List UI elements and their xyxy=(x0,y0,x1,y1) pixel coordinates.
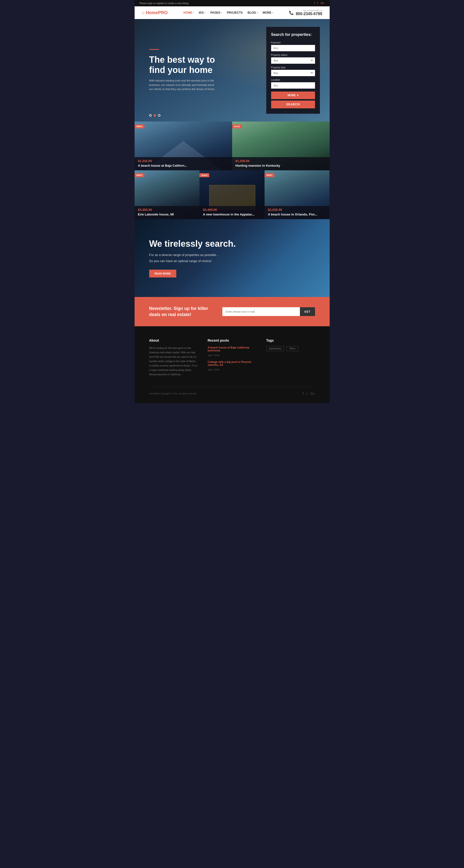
googleplus-icon[interactable]: G+ xyxy=(321,1,325,5)
nav-projects[interactable]: PROJECTS xyxy=(227,11,243,14)
hero-dot-1[interactable] xyxy=(149,114,152,117)
chevron-down-icon: ▾ xyxy=(221,12,222,14)
nav-more[interactable]: MORE ▾ xyxy=(263,11,273,14)
property-title-4: A new townhouse in the Appalac... xyxy=(203,213,261,216)
chevron-down-icon: ▾ xyxy=(257,12,258,14)
header: ⌂ HomePRO HOME ▾ IDX ▾ PAGES ▾ PROJECTS … xyxy=(135,6,330,19)
footer-copyright: HomePRO Copyright © 2016. All rights res… xyxy=(149,393,197,395)
location-label: Location xyxy=(271,79,315,81)
keyword-input[interactable] xyxy=(271,45,315,51)
footer-post-link-1[interactable]: A beach house at Baja California peninsu… xyxy=(208,346,257,352)
search-button[interactable]: SEARCH xyxy=(271,100,315,108)
footer-tags-list: Apartments Office xyxy=(266,346,315,351)
nav-idx[interactable]: IDX ▾ xyxy=(199,11,205,14)
read-more-button[interactable]: READ MORE xyxy=(149,270,176,277)
chevron-down-icon: ▾ xyxy=(272,12,273,14)
property-badge-2: SALE xyxy=(232,124,242,128)
cta-subtitle-2: So you can have an optimal range of choi… xyxy=(149,259,315,264)
footer-bottom: HomePRO Copyright © 2016. All rights res… xyxy=(149,386,315,396)
property-info-4: $3,400.00 A new townhouse in the Appalac… xyxy=(199,206,265,219)
property-card-3[interactable]: RENT $3,400.00 Erie Lakeside house, MI xyxy=(135,170,200,219)
property-card-5[interactable]: RENT $2,030.00 A beach house in Orlando,… xyxy=(265,170,330,219)
property-badge-4: SALE xyxy=(199,173,209,177)
contact-label: Get in touch with us xyxy=(296,9,322,12)
newsletter-submit-button[interactable]: GET xyxy=(300,307,315,316)
cta-section: We tirelessly search. For as a diverse r… xyxy=(135,219,330,297)
footer-about: About We're hunting for the best gems on… xyxy=(149,338,198,377)
property-title-3: Erie Lakeside house, MI xyxy=(138,213,196,216)
footer-twitter-icon[interactable]: t xyxy=(306,392,307,396)
top-bar: Please login or register to create a new… xyxy=(135,0,330,6)
property-info-5: $2,030.00 A beach house in Orlando, Flor… xyxy=(265,206,330,219)
footer-post-1: A beach house at Baja California peninsu… xyxy=(208,346,257,357)
more-button[interactable]: MORE ▾ xyxy=(271,92,315,99)
property-badge-5: RENT xyxy=(265,173,274,177)
property-title-2: Hunting mansion in Kentucky xyxy=(235,164,326,167)
footer-about-heading: About xyxy=(149,338,198,342)
location-input[interactable] xyxy=(271,82,315,89)
register-link[interactable]: register xyxy=(156,2,164,5)
property-badge-3: RENT xyxy=(135,173,144,177)
property-price-3: $3,400.00 xyxy=(138,208,196,212)
hero-title: The best way to find your home xyxy=(149,55,227,75)
property-card-4[interactable]: SALE $3,400.00 A new townhouse in the Ap… xyxy=(199,170,265,219)
main-nav: HOME ▾ IDX ▾ PAGES ▾ PROJECTS BLOG ▾ MOR… xyxy=(184,11,273,14)
status-select[interactable]: Any For Sale For Rent xyxy=(271,57,315,64)
chevron-down-icon: ▾ xyxy=(193,12,194,14)
phone-icon: 📞 xyxy=(289,10,294,15)
top-bar-text: Please login or register to create a new… xyxy=(139,2,190,5)
property-card-2[interactable]: SALE $1,200.00 Hunting mansion in Kentuc… xyxy=(232,122,330,170)
footer-post-2: Cottage with a big pool in Phoenix subur… xyxy=(208,361,257,371)
phone-number: 800-2345-6789 xyxy=(296,12,322,16)
footer-posts-heading: Recent posts xyxy=(208,338,257,342)
footer-social-icons: f t G+ xyxy=(303,392,315,396)
property-title-5: A beach house in Orlando, Flor... xyxy=(268,213,326,216)
home-icon: ⌂ xyxy=(142,10,144,16)
search-panel: Search for properties: Keyword Property … xyxy=(266,27,320,114)
keyword-label: Keyword xyxy=(271,41,315,44)
cta-content: We tirelessly search. For as a diverse r… xyxy=(149,239,315,277)
footer-facebook-icon[interactable]: f xyxy=(303,392,304,396)
property-price-1: $1,342.00 xyxy=(138,159,229,163)
property-info-3: $3,400.00 Erie Lakeside house, MI xyxy=(135,206,200,219)
hero-accent-line xyxy=(149,49,159,50)
footer-grid: About We're hunting for the best gems on… xyxy=(149,338,315,377)
property-info-2: $1,200.00 Hunting mansion in Kentucky xyxy=(232,157,330,170)
cta-title: We tirelessly search. xyxy=(149,239,315,249)
chevron-down-icon: ▾ xyxy=(204,12,205,14)
login-link[interactable]: login xyxy=(147,2,153,5)
facebook-icon[interactable]: f xyxy=(314,1,315,5)
property-price-4: $3,400.00 xyxy=(203,208,261,212)
logo[interactable]: ⌂ HomePRO xyxy=(142,10,168,16)
nav-pages[interactable]: PAGES ▾ xyxy=(210,11,222,14)
newsletter-form: GET xyxy=(222,307,315,316)
type-select[interactable]: Any House Apartment xyxy=(271,70,315,76)
property-card-1[interactable]: RENT $1,342.00 A beach house at Baja Cal… xyxy=(135,122,232,170)
footer-tags-heading: Tags xyxy=(266,338,315,342)
cta-subtitle-1: For as a diverse range of properties as … xyxy=(149,253,315,258)
nav-home[interactable]: HOME ▾ xyxy=(184,11,194,14)
chevron-down-icon: ▾ xyxy=(297,94,298,97)
top-social-icons: f t G+ xyxy=(314,1,325,5)
tag-apartments[interactable]: Apartments xyxy=(266,346,284,351)
tag-office[interactable]: Office xyxy=(287,346,298,351)
footer-tags: Tags Apartments Office xyxy=(266,338,315,377)
footer-post-date-1: July 7, 2016 xyxy=(208,354,220,356)
twitter-icon[interactable]: t xyxy=(318,1,318,5)
nav-blog[interactable]: BLOG ▾ xyxy=(247,11,258,14)
property-badge-1: RENT xyxy=(135,124,144,128)
logo-text: HomePRO xyxy=(146,10,167,16)
hero-description: With industry-leading tools and the savv… xyxy=(149,79,218,92)
newsletter-email-input[interactable] xyxy=(222,307,300,316)
footer: About We're hunting for the best gems on… xyxy=(135,326,330,403)
footer-post-link-2[interactable]: Cottage with a big pool in Phoenix subur… xyxy=(208,361,257,366)
property-title-1: A beach house at Baja Californ... xyxy=(138,164,229,167)
type-label: Property type xyxy=(271,66,315,69)
hero-dot-3[interactable] xyxy=(158,114,160,117)
hero-dot-2[interactable] xyxy=(154,114,156,117)
footer-about-text: We're hunting for the best gems on the A… xyxy=(149,346,198,377)
footer-googleplus-icon[interactable]: G+ xyxy=(310,392,315,396)
property-price-2: $1,200.00 xyxy=(235,159,326,163)
footer-recent-posts: Recent posts A beach house at Baja Calif… xyxy=(208,338,257,377)
property-price-5: $2,030.00 xyxy=(268,208,326,212)
